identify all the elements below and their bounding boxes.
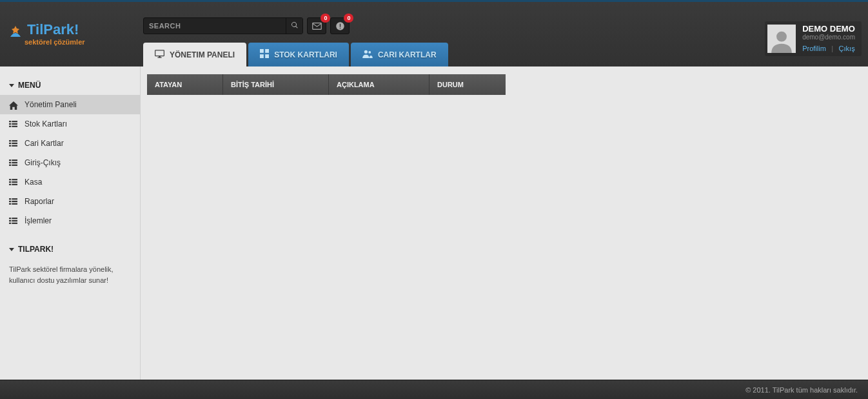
separator: |	[831, 45, 833, 52]
tab-2[interactable]: CARI KARTLAR	[351, 43, 448, 66]
svg-rect-30	[9, 181, 11, 183]
sidebar: MENÜ Yönetim PaneliStok KartlarıCari Kar…	[0, 66, 141, 380]
monitor-icon	[155, 50, 164, 60]
sidebar-item-label: İşlemler	[25, 216, 52, 225]
svg-rect-42	[9, 220, 11, 221]
main-content: ATAYANBİTİŞ TARİHİAÇIKLAMADURUM	[141, 66, 868, 380]
sidebar-item-label: Stok Kartları	[25, 119, 67, 128]
table-header-0[interactable]: ATAYAN	[147, 74, 223, 95]
user-box: DEMO DEMO demo@demo.com Profilim | Çıkış	[765, 21, 862, 56]
header: TilPark! sektörel çözümler SEARCH 0 0 DE…	[0, 2, 868, 66]
search-icon	[291, 21, 299, 29]
home-icon	[9, 101, 18, 108]
brand-logo[interactable]: TilPark! sektörel çözümler	[8, 21, 85, 46]
svg-rect-19	[12, 143, 17, 144]
tab-0[interactable]: YÖNETIM PANELI	[143, 43, 246, 66]
svg-rect-34	[9, 198, 11, 200]
footer: © 2011. TilPark tüm hakları saklıdır.	[0, 380, 868, 399]
user-name: DEMO DEMO	[802, 24, 855, 34]
svg-rect-15	[12, 126, 17, 127]
logout-link[interactable]: Çıkış	[839, 45, 855, 52]
svg-rect-2	[340, 28, 340, 28]
svg-rect-44	[9, 223, 11, 224]
search-box[interactable]: SEARCH	[143, 17, 303, 34]
svg-rect-23	[12, 159, 17, 161]
sidebar-section2-text: TilPark sektörel firmalara yönelik, kull…	[0, 259, 140, 291]
search-input[interactable]	[186, 21, 286, 30]
sidebar-item-3[interactable]: Giriş-Çıkış	[0, 153, 140, 172]
sidebar-item-0[interactable]: Yönetim Paneli	[0, 95, 140, 114]
svg-rect-27	[12, 165, 17, 166]
table-header-3[interactable]: DURUM	[429, 74, 506, 95]
table-header-1[interactable]: BİTİŞ TARİHİ	[223, 74, 329, 95]
svg-rect-25	[12, 162, 17, 163]
sidebar-item-2[interactable]: Cari Kartlar	[0, 134, 140, 153]
users-icon	[362, 50, 373, 60]
alert-icon	[335, 21, 345, 31]
svg-rect-17	[12, 140, 17, 141]
svg-rect-21	[12, 145, 17, 147]
svg-rect-35	[12, 198, 17, 200]
tab-label: CARI KARTLAR	[378, 50, 437, 59]
svg-rect-6	[260, 54, 264, 58]
list-icon	[9, 218, 18, 224]
svg-rect-13	[12, 123, 17, 125]
avatar-icon	[769, 28, 794, 53]
sidebar-item-1[interactable]: Stok Kartları	[0, 114, 140, 134]
svg-rect-24	[9, 162, 11, 163]
svg-rect-31	[12, 181, 17, 183]
sidebar-item-label: Raporlar	[25, 197, 54, 206]
svg-rect-14	[9, 126, 11, 127]
mail-icon	[312, 23, 322, 30]
svg-rect-1	[340, 23, 340, 26]
tab-label: YÖNETIM PANELI	[170, 50, 235, 59]
table-header-row: ATAYANBİTİŞ TARİHİAÇIKLAMADURUM	[147, 74, 862, 95]
sidebar-section2-title: TILPARK!	[18, 245, 54, 254]
svg-rect-26	[9, 165, 11, 166]
sidebar-item-label: Yönetim Paneli	[25, 100, 77, 109]
tab-1[interactable]: STOK KARTLARI	[248, 43, 349, 66]
dashboard-icon	[260, 49, 269, 60]
footer-text: © 2011. TilPark tüm hakları saklıdır.	[745, 386, 858, 394]
body: MENÜ Yönetim PaneliStok KartlarıCari Kar…	[0, 66, 868, 380]
svg-rect-18	[9, 143, 11, 144]
svg-rect-32	[9, 184, 11, 185]
logo-icon	[8, 24, 23, 39]
sidebar-menu-header[interactable]: MENÜ	[0, 76, 140, 95]
list-icon	[9, 121, 18, 127]
svg-rect-40	[9, 218, 11, 219]
svg-rect-45	[12, 223, 17, 224]
list-icon	[9, 198, 18, 205]
avatar[interactable]	[767, 25, 796, 53]
sidebar-item-5[interactable]: Raporlar	[0, 192, 140, 211]
svg-point-9	[368, 50, 371, 53]
svg-rect-5	[265, 49, 269, 53]
sidebar-item-6[interactable]: İşlemler	[0, 211, 140, 230]
chevron-down-icon	[9, 248, 14, 251]
brand-name: TilPark!	[27, 21, 79, 37]
svg-rect-20	[9, 145, 11, 147]
chevron-down-icon	[9, 84, 14, 87]
profile-link[interactable]: Profilim	[802, 45, 826, 52]
mail-badge: 0	[321, 14, 330, 23]
brand-tagline: sektörel çözümler	[25, 38, 85, 46]
svg-point-3	[776, 32, 787, 42]
svg-rect-7	[265, 54, 269, 58]
svg-rect-37	[12, 201, 17, 202]
search-button[interactable]	[286, 18, 302, 34]
svg-rect-38	[9, 203, 11, 205]
table-header-2[interactable]: AÇIKLAMA	[329, 74, 429, 95]
sidebar-item-4[interactable]: Kasa	[0, 172, 140, 192]
sidebar-menu-title: MENÜ	[18, 81, 41, 90]
sidebar-item-label: Giriş-Çıkış	[25, 158, 61, 167]
svg-rect-39	[12, 203, 17, 205]
mail-button[interactable]: 0	[307, 17, 326, 34]
alert-button[interactable]: 0	[330, 17, 350, 34]
list-icon	[9, 159, 18, 166]
alert-badge: 0	[344, 14, 353, 23]
sidebar-tilpark-header[interactable]: TILPARK!	[0, 240, 140, 259]
list-icon	[9, 179, 18, 185]
svg-rect-11	[12, 121, 17, 122]
svg-rect-29	[12, 179, 17, 180]
svg-rect-12	[9, 123, 11, 125]
